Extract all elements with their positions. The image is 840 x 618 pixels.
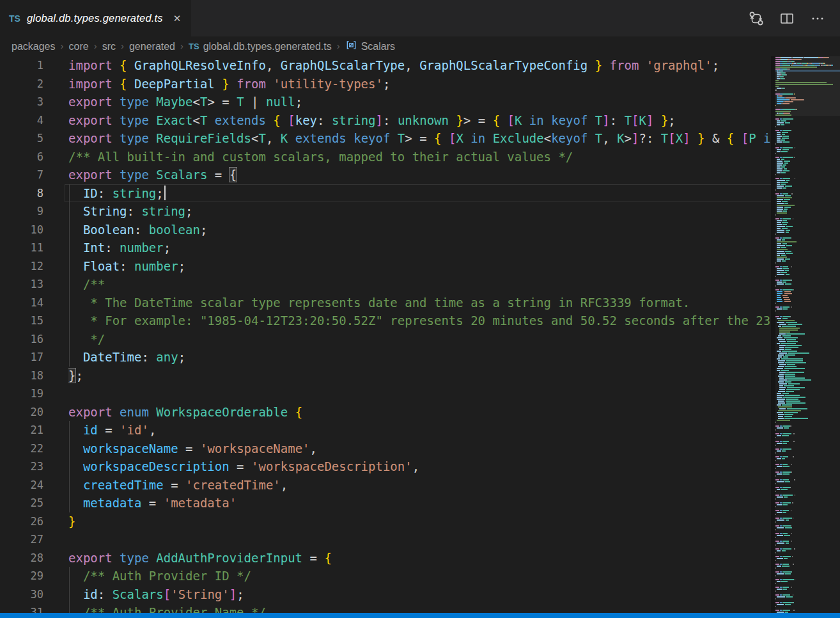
tab-close-icon[interactable]: ✕ — [173, 13, 182, 24]
open-changes-button[interactable] — [745, 8, 767, 29]
code-line[interactable]: 18}; — [0, 367, 771, 385]
code-line[interactable]: 15 * For example: "1985-04-12T23:20:50.5… — [0, 312, 771, 330]
line-number[interactable]: 10 — [0, 221, 43, 239]
breadcrumb-separator: › — [121, 40, 124, 51]
line-number[interactable]: 6 — [0, 148, 43, 166]
breadcrumb-label: core — [69, 41, 89, 52]
line-number[interactable]: 5 — [0, 129, 43, 148]
breadcrumb-separator: › — [61, 40, 64, 51]
minimap[interactable] — [775, 56, 840, 613]
line-number[interactable]: 3 — [0, 93, 43, 111]
code-line[interactable]: 31 /** Auth Provider Name */ — [0, 603, 771, 613]
code-line[interactable]: 17 DateTime: any; — [0, 348, 771, 367]
code-line[interactable]: 16 */ — [0, 330, 771, 349]
line-number[interactable]: 26 — [0, 512, 43, 531]
code-line[interactable]: 5export type RequireFields<T, K extends … — [0, 129, 771, 148]
line-number[interactable]: 28 — [0, 549, 43, 567]
line-number[interactable]: 17 — [0, 348, 43, 367]
code-line[interactable]: 12 Float: number; — [0, 257, 771, 276]
code-line-text: String: string; — [68, 202, 771, 221]
code-line-text: Float: number; — [68, 257, 771, 276]
code-line-text: id = 'id', — [68, 421, 771, 440]
code-line-text: export enum WorkspaceOrderable { — [68, 403, 771, 422]
editor-actions — [745, 0, 840, 36]
code-line-text: Int: number; — [68, 239, 771, 257]
code-line-text: export type RequireFields<T, K extends k… — [68, 129, 771, 148]
code-line[interactable]: 6/** All built-in and custom scalars, ma… — [0, 148, 771, 166]
code-line-text: * For example: "1985-04-12T23:20:50.52Z"… — [68, 312, 771, 330]
line-number[interactable]: 13 — [0, 275, 43, 294]
line-number[interactable]: 18 — [0, 367, 43, 385]
breadcrumb-label: packages — [12, 41, 56, 52]
line-number[interactable]: 20 — [0, 403, 43, 422]
line-number[interactable]: 19 — [0, 384, 43, 403]
line-number[interactable]: 11 — [0, 239, 43, 257]
line-number[interactable]: 25 — [0, 494, 43, 512]
symbol-type-icon — [345, 39, 357, 54]
code-line-text: import { GraphQLResolveInfo, GraphQLScal… — [68, 56, 771, 75]
code-line[interactable]: 27 — [0, 530, 771, 549]
code-line-text: workspaceName = 'workspaceName', — [68, 440, 771, 458]
line-number[interactable]: 14 — [0, 294, 43, 312]
code-line[interactable]: 10 Boolean: boolean; — [0, 221, 771, 239]
line-number[interactable]: 29 — [0, 567, 43, 585]
status-bar[interactable] — [0, 613, 840, 618]
code-line[interactable]: 29 /** Auth Provider ID */ — [0, 567, 771, 585]
text-cursor — [164, 186, 166, 200]
line-number[interactable]: 31 — [0, 603, 43, 613]
code-line[interactable]: 26} — [0, 512, 771, 531]
line-number[interactable]: 7 — [0, 166, 43, 184]
line-number[interactable]: 15 — [0, 312, 43, 330]
code-line[interactable]: 30 id: Scalars['String']; — [0, 585, 771, 604]
code-line-text: id: Scalars['String']; — [68, 585, 771, 604]
line-number[interactable]: 22 — [0, 440, 43, 458]
line-number[interactable]: 4 — [0, 111, 43, 130]
code-line[interactable]: 14 * The DateTime scalar type represents… — [0, 294, 771, 312]
line-number[interactable]: 9 — [0, 202, 43, 221]
code-line[interactable]: 25 metadata = 'metadata' — [0, 494, 771, 512]
split-editor-button[interactable] — [776, 8, 798, 29]
code-line-text: createdTime = 'createdTime', — [68, 476, 771, 495]
line-number[interactable]: 1 — [0, 56, 43, 75]
tab-global-db-types-generated-ts[interactable]: TS global.db.types.generated.ts ✕ — [0, 0, 191, 36]
breadcrumb-item-generated[interactable]: generated — [129, 41, 175, 52]
line-number[interactable]: 21 — [0, 421, 43, 440]
typescript-file-icon: TS — [189, 42, 199, 51]
line-number[interactable]: 24 — [0, 476, 43, 495]
code-line[interactable]: 13 /** — [0, 275, 771, 294]
code-line[interactable]: 19 — [0, 384, 771, 403]
code-line-text: workspaceDescription = 'workspaceDescrip… — [68, 457, 771, 476]
line-number[interactable]: 30 — [0, 585, 43, 604]
code-line[interactable]: 21 id = 'id', — [0, 421, 771, 440]
line-number[interactable]: 2 — [0, 75, 43, 93]
minimap-shadow — [771, 56, 775, 613]
line-number[interactable]: 8 — [0, 184, 43, 203]
more-actions-button[interactable] — [807, 8, 828, 29]
code-line-text — [68, 530, 771, 549]
code-line[interactable]: 24 createdTime = 'createdTime', — [0, 476, 771, 495]
line-number[interactable]: 12 — [0, 257, 43, 276]
code-line[interactable]: 4export type Exact<T extends { [key: str… — [0, 111, 771, 130]
code-line[interactable]: 28export type AddAuthProviderInput = { — [0, 549, 771, 567]
line-number[interactable]: 27 — [0, 530, 43, 549]
breadcrumb-item-packages[interactable]: packages — [12, 41, 56, 52]
code-line[interactable]: 2import { DeepPartial } from 'utility-ty… — [0, 75, 771, 93]
breadcrumb-item-scalars[interactable]: Scalars — [345, 39, 395, 54]
code-line[interactable]: 11 Int: number; — [0, 239, 771, 257]
code-line[interactable]: 20export enum WorkspaceOrderable { — [0, 403, 771, 422]
code-line[interactable]: 1import { GraphQLResolveInfo, GraphQLSca… — [0, 56, 771, 75]
code-line-text: /** All built-in and custom scalars, map… — [68, 148, 771, 166]
code-line[interactable]: 9 String: string; — [0, 202, 771, 221]
code-line-text: import { DeepPartial } from 'utility-typ… — [68, 75, 771, 93]
code-line[interactable]: 23 workspaceDescription = 'workspaceDesc… — [0, 457, 771, 476]
line-number[interactable]: 16 — [0, 330, 43, 349]
code-line[interactable]: 8 ID: string; — [0, 184, 771, 203]
breadcrumb-item-global-db-types-generated-ts[interactable]: TSglobal.db.types.generated.ts — [189, 41, 332, 52]
line-number[interactable]: 23 — [0, 457, 43, 476]
breadcrumb-item-core[interactable]: core — [69, 41, 89, 52]
code-line[interactable]: 22 workspaceName = 'workspaceName', — [0, 440, 771, 458]
code-line[interactable]: 3export type Maybe<T> = T | null; — [0, 93, 771, 111]
editor[interactable]: 1import { GraphQLResolveInfo, GraphQLSca… — [0, 56, 771, 613]
code-line[interactable]: 7export type Scalars = { — [0, 166, 771, 184]
breadcrumb-item-src[interactable]: src — [102, 41, 116, 52]
